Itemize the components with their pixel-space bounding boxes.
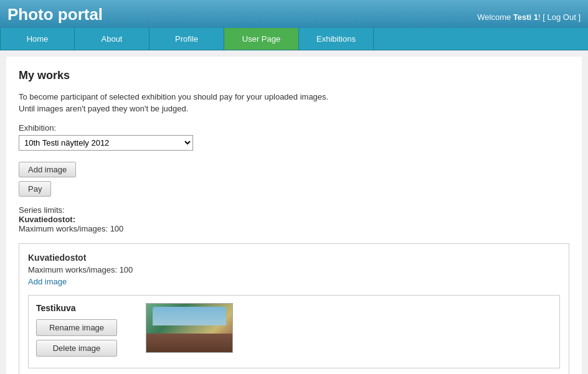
nav-exhibitions[interactable]: Exhibitions <box>299 28 374 50</box>
add-image-button[interactable]: Add image <box>19 162 76 177</box>
series-limits-label: Series limits: <box>19 205 65 215</box>
add-image-btn-wrapper: Add image <box>19 157 569 177</box>
image-thumbnail <box>146 303 233 353</box>
exhibition-label: Exhibition: <box>19 123 569 133</box>
welcome-text: Welcome <box>477 12 513 22</box>
image-card: Testikuva Rename image Delete image <box>28 295 560 368</box>
info-line2: Until images aren't payed they won't be … <box>19 104 569 113</box>
welcome-message: Welcome Testi 1! [ Log Out ] <box>477 12 581 24</box>
series-box-title: Kuvatiedostot <box>28 253 560 263</box>
nav-about[interactable]: About <box>75 28 149 50</box>
navigation: Home About Profile User Page Exhibitions <box>0 28 588 50</box>
image-card-info: Testikuva Rename image Delete image <box>36 303 136 360</box>
username: Testi 1 <box>513 12 538 22</box>
series-max-label: Maximum works/images: 100 <box>19 224 123 233</box>
header: Photo portal Welcome Testi 1! [ Log Out … <box>0 0 588 28</box>
app-title: Photo portal <box>7 5 103 24</box>
delete-image-button[interactable]: Delete image <box>36 340 117 357</box>
series-box: Kuvatiedostot Maximum works/images: 100 … <box>19 243 569 374</box>
exhibition-form-group: Exhibition: 10th Testi näyttely 2012 <box>19 123 569 151</box>
page-title: My works <box>19 69 569 82</box>
pay-btn-wrapper: Pay <box>19 177 569 197</box>
series-info: Series limits: Kuvatiedostot: Maximum wo… <box>19 205 569 233</box>
series-add-link[interactable]: Add image <box>28 277 67 286</box>
nav-profile[interactable]: Profile <box>149 28 224 50</box>
rename-image-button[interactable]: Rename image <box>36 319 117 336</box>
series-bold-label: Kuvatiedostot: <box>19 215 75 224</box>
image-card-title: Testikuva <box>36 303 136 313</box>
nav-user-page[interactable]: User Page <box>224 28 299 50</box>
nav-home[interactable]: Home <box>0 28 75 50</box>
series-box-max: Maximum works/images: 100 <box>28 265 560 274</box>
logout-link[interactable]: Log Out <box>548 12 576 22</box>
main-content: My works To become participant of select… <box>6 57 582 374</box>
info-line1: To become participant of selected exhibi… <box>19 92 569 101</box>
pay-button[interactable]: Pay <box>19 181 51 197</box>
exhibition-select[interactable]: 10th Testi näyttely 2012 <box>19 135 193 151</box>
